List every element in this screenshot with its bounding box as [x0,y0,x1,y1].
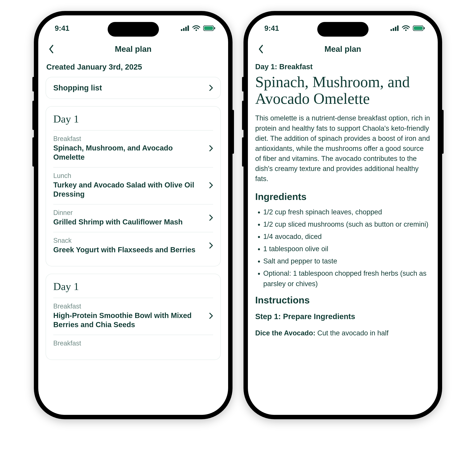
step-rest: Cut the avocado in half [315,329,389,337]
meal-kind: Breakfast [53,135,205,143]
nav-bar: Meal plan [38,41,228,61]
meal-plan-content[interactable]: Created January 3rd, 2025 Shopping list … [38,61,228,415]
ingredient-item: 1/2 cup sliced mushrooms (such as button… [263,219,430,230]
chevron-right-icon [209,312,213,319]
day-card: Day 1 Breakfast High-Protein Smoothie Bo… [46,274,221,360]
recipe-crumb: Day 1: Breakfast [255,63,430,71]
meal-kind: Snack [53,237,205,244]
svg-rect-11 [397,25,399,31]
day-card: Day 1 Breakfast Spinach, Mushroom, and A… [46,106,221,266]
step-lead: Dice the Avocado: [255,329,315,337]
recipe-content[interactable]: Day 1: Breakfast Spinach, Mushroom, and … [248,61,438,415]
instructions-heading: Instructions [255,295,430,306]
meal-row[interactable]: Breakfast [53,335,213,353]
meal-row[interactable]: Snack Greek Yogurt with Flaxseeds and Be… [53,232,213,260]
step-heading: Step 1: Prepare Ingredients [255,312,430,321]
side-button [242,77,244,92]
ingredient-item: Salt and pepper to taste [263,256,430,266]
meal-kind: Breakfast [53,303,205,310]
side-button [33,101,34,130]
phone-frame-right: 9:41 Meal plan Day 1: Breakfast Spinach,… [243,11,442,419]
ingredient-item: 1/4 avocado, diced [263,231,430,242]
svg-point-12 [405,30,407,31]
side-button [33,77,34,92]
day-title: Day 1 [53,113,213,125]
scroll-fade [38,393,228,415]
created-date: Created January 3rd, 2025 [46,63,221,71]
svg-rect-10 [395,27,396,31]
wifi-icon [192,25,200,31]
status-time: 9:41 [264,24,279,33]
side-button [33,137,34,167]
ingredients-heading: Ingredients [255,191,430,202]
ingredient-item: 1 tablespoon olive oil [263,244,430,254]
meal-kind: Dinner [53,209,205,217]
svg-rect-1 [183,28,185,31]
chevron-right-icon [209,242,213,249]
svg-rect-15 [424,27,425,29]
meal-row[interactable]: Breakfast Spinach, Mushroom, and Avocado… [53,130,213,167]
scroll-fade [248,393,438,415]
ingredients-list: 1/2 cup fresh spinach leaves, chopped 1/… [255,207,430,289]
svg-rect-6 [204,26,213,30]
status-time: 9:41 [55,24,69,33]
side-button [242,101,244,130]
meal-name: Spinach, Mushroom, and Avocado Omelette [53,143,205,162]
battery-icon [413,25,425,31]
svg-rect-3 [187,25,189,31]
chevron-right-icon [209,145,213,152]
svg-rect-7 [214,27,215,29]
meal-row[interactable]: Dinner Grilled Shrimp with Cauliflower M… [53,204,213,232]
nav-title: Meal plan [248,45,438,54]
battery-icon [203,25,215,31]
svg-rect-14 [414,26,423,30]
nav-bar: Meal plan [248,41,438,61]
side-button [442,110,443,154]
side-button [232,110,234,154]
shopping-list-button[interactable]: Shopping list [46,77,221,99]
wifi-icon [402,25,410,31]
recipe-title: Spinach, Mushroom, and Avocado Omelette [255,74,430,107]
svg-rect-0 [181,29,182,31]
recipe-description: This omelette is a nutrient-dense breakf… [255,113,430,184]
meal-name: Grilled Shrimp with Cauliflower Mash [53,217,205,226]
svg-rect-2 [185,27,187,31]
meal-name: Turkey and Avocado Salad with Olive Oil … [53,180,205,199]
shopping-list-label: Shopping list [53,84,102,92]
svg-rect-8 [391,29,392,31]
day-title: Day 1 [53,280,213,292]
cellular-icon [181,25,189,31]
ingredient-item: 1/2 cup fresh spinach leaves, chopped [263,207,430,217]
meal-name: High-Protein Smoothie Bowl with Mixed Be… [53,311,205,329]
side-button [242,137,244,167]
meal-name: Greek Yogurt with Flaxseeds and Berries [53,245,205,254]
meal-row[interactable]: Lunch Turkey and Avocado Salad with Oliv… [53,167,213,204]
step-text: Dice the Avocado: Cut the avocado in hal… [255,328,430,338]
dynamic-island [108,22,159,37]
ingredient-item: Optional: 1 tablespoon chopped fresh her… [263,268,430,289]
chevron-right-icon [209,214,213,221]
svg-rect-9 [393,28,394,31]
phone-frame-left: 9:41 Meal plan Created January 3rd, 2025… [34,11,233,419]
svg-point-4 [196,30,197,31]
meal-row[interactable]: Breakfast High-Protein Smoothie Bowl wit… [53,298,213,335]
cellular-icon [391,25,399,31]
meal-kind: Lunch [53,172,205,180]
dynamic-island [317,22,369,37]
meal-kind: Breakfast [53,340,213,347]
chevron-right-icon [209,182,213,188]
nav-title: Meal plan [38,45,228,54]
chevron-right-icon [209,85,213,91]
